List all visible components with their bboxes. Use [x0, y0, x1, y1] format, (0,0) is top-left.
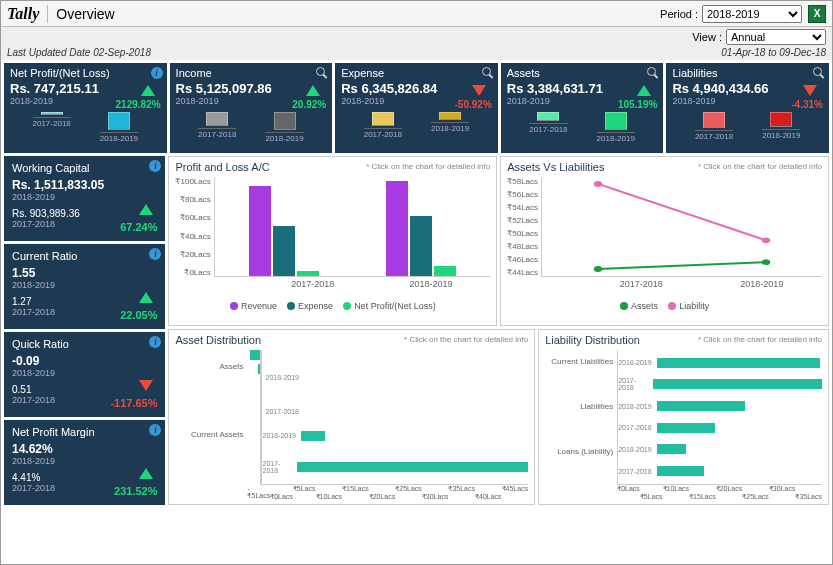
info-icon: i [149, 248, 161, 260]
sidebar: i Working CapitalRs. 1,511,833.052018-20… [4, 156, 165, 505]
svg-point-5 [762, 259, 770, 265]
pl-plot [214, 177, 491, 277]
ad-plot: 2018-20192017-20182018-20192017-2018 [261, 350, 528, 485]
charts-column: Profit and Loss A/C * Click on the chart… [168, 156, 829, 505]
chart-hint: * Click on the chart for detailed info [404, 335, 528, 344]
metric-card[interactable]: i Quick Ratio-0.092018-2019 0.512017-201… [4, 332, 165, 417]
svg-line-0 [598, 184, 766, 240]
period-select[interactable]: 2018-2019 [702, 5, 802, 23]
avl-legend: AssetsLiability [507, 301, 822, 311]
subheader2: Last Updated Date 02-Sep-2018 01-Apr-18 … [1, 47, 832, 60]
metric-card[interactable]: i Net Profit Margin14.62%2018-2019 4.41%… [4, 420, 165, 505]
profit-loss-chart[interactable]: Profit and Loss A/C * Click on the chart… [168, 156, 497, 326]
view-label: View : [692, 31, 722, 43]
search-icon[interactable] [316, 67, 328, 79]
kpi-card[interactable]: ExpenseRs 6,345,826.842018-2019 -50.92% … [335, 63, 498, 153]
date-range: 01-Apr-18 to 09-Dec-18 [721, 47, 826, 58]
metric-card[interactable]: i Working CapitalRs. 1,511,833.052018-20… [4, 156, 165, 241]
svg-point-4 [594, 266, 602, 272]
svg-point-2 [594, 181, 602, 187]
metric-card[interactable]: i Current Ratio1.552018-2019 1.272017-20… [4, 244, 165, 329]
ld-plot: 2018-20192017-20182018-20192017-20182018… [617, 350, 822, 485]
kpi-card[interactable]: IncomeRs 5,125,097.862018-2019 20.92% 20… [170, 63, 333, 153]
ld-labels: Current LiabilitiesLiabilitiesLoans (Lia… [545, 350, 617, 485]
svg-point-3 [762, 237, 770, 243]
top-cards: i Net Profit/(Net Loss)Rs. 747,215.11201… [1, 60, 832, 156]
info-icon: i [151, 67, 163, 79]
chart-hint: * Click on the chart for detailed info [698, 162, 822, 171]
avl-plot [541, 177, 822, 277]
header: Tally Overview Period : 2018-2019 X [1, 1, 832, 27]
asset-distribution-chart[interactable]: Asset Distribution * Click on the chart … [168, 329, 535, 505]
ad-xaxis: -₹5Lacs₹0Lacs₹5Lacs₹10Lacs₹15Lacs₹20Lacs… [247, 485, 528, 500]
pl-legend: RevenueExpenseNet Profit/(Net Loss) [175, 301, 490, 311]
chart-hint: * Click on the chart for detailed info [366, 162, 490, 171]
kpi-card[interactable]: LiabilitiesRs 4,940,434.662018-2019 -4.3… [666, 63, 829, 153]
ad-neg-plot [247, 350, 261, 485]
info-icon: i [149, 424, 161, 436]
search-icon[interactable] [647, 67, 659, 79]
assets-vs-liabilities-chart[interactable]: Assets Vs Liabilities * Click on the cha… [500, 156, 829, 326]
kpi-card[interactable]: i Net Profit/(Net Loss)Rs. 747,215.11201… [4, 63, 167, 153]
search-icon[interactable] [482, 67, 494, 79]
excel-export-icon[interactable]: X [808, 5, 826, 23]
main: i Working CapitalRs. 1,511,833.052018-20… [1, 156, 832, 508]
subheader: View : Annual [1, 27, 832, 47]
kpi-card[interactable]: AssetsRs 3,384,631.712018-2019 105.19% 2… [501, 63, 664, 153]
pl-yaxis: ₹100Lacs₹80Lacs₹60Lacs₹40Lacs₹20Lacs₹0La… [175, 177, 213, 277]
liability-distribution-chart[interactable]: Liability Distribution * Click on the ch… [538, 329, 829, 505]
logo: Tally [7, 5, 48, 23]
period-label: Period : [660, 8, 698, 20]
search-icon[interactable] [813, 67, 825, 79]
svg-line-1 [598, 262, 766, 269]
ad-labels: AssetsCurrent Assets [175, 350, 247, 485]
avl-xaxis: 2017-20182018-2019 [581, 279, 822, 289]
last-updated: Last Updated Date 02-Sep-2018 [7, 47, 151, 58]
ld-xaxis: ₹0Lacs₹5Lacs₹10Lacs₹15Lacs₹20Lacs₹25Lacs… [617, 485, 822, 493]
view-select[interactable]: Annual [726, 29, 826, 45]
info-icon: i [149, 336, 161, 348]
avl-yaxis: ₹58Lacs₹56Lacs₹54Lacs₹52Lacs₹50Lacs₹48La… [507, 177, 541, 277]
pl-xaxis: 2017-20182018-2019 [254, 279, 491, 289]
chart-hint: * Click on the chart for detailed info [698, 335, 822, 344]
page-title: Overview [48, 6, 114, 22]
info-icon: i [149, 160, 161, 172]
